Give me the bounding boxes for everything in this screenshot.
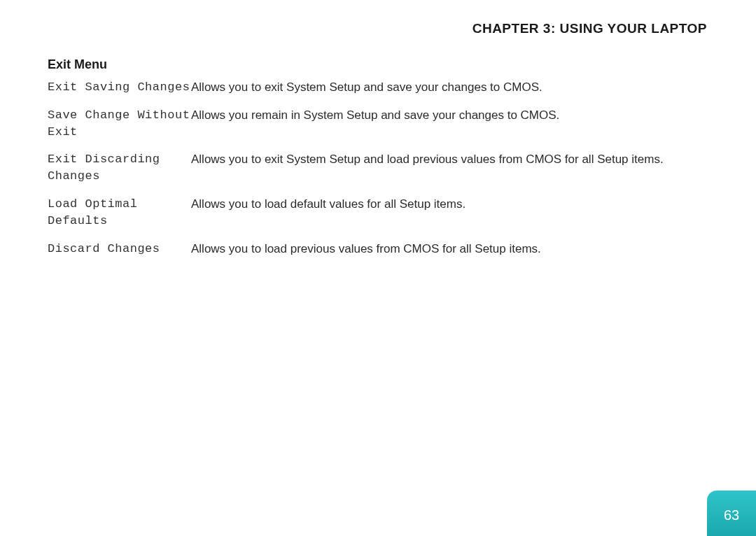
table-row: Load Optimal Defaults Allows you to load… <box>48 196 720 230</box>
menu-term: Exit Discarding Changes <box>48 151 191 185</box>
table-row: Save Change Without Exit Allows you rema… <box>48 107 720 141</box>
section-heading: Exit Menu <box>48 57 714 72</box>
menu-description: Allows you to exit System Setup and load… <box>191 151 720 168</box>
page-number-tab: 63 <box>707 491 756 536</box>
menu-description: Allows you remain in System Setup and sa… <box>191 107 720 124</box>
menu-description: Allows you to load previous values from … <box>191 241 720 258</box>
menu-term: Discard Changes <box>48 241 191 258</box>
menu-term: Save Change Without Exit <box>48 107 191 141</box>
table-row: Discard Changes Allows you to load previ… <box>48 241 720 258</box>
table-row: Exit Saving Changes Allows you to exit S… <box>48 79 720 96</box>
menu-term: Exit Saving Changes <box>48 79 191 96</box>
menu-description: Allows you to exit System Setup and save… <box>191 79 720 96</box>
menu-description: Allows you to load default values for al… <box>191 196 720 213</box>
table-row: Exit Discarding Changes Allows you to ex… <box>48 151 720 185</box>
exit-menu-table: Exit Saving Changes Allows you to exit S… <box>48 79 720 257</box>
page-number: 63 <box>724 507 739 523</box>
menu-term: Load Optimal Defaults <box>48 196 191 230</box>
chapter-title: CHAPTER 3: USING YOUR LAPTOP <box>42 21 707 36</box>
